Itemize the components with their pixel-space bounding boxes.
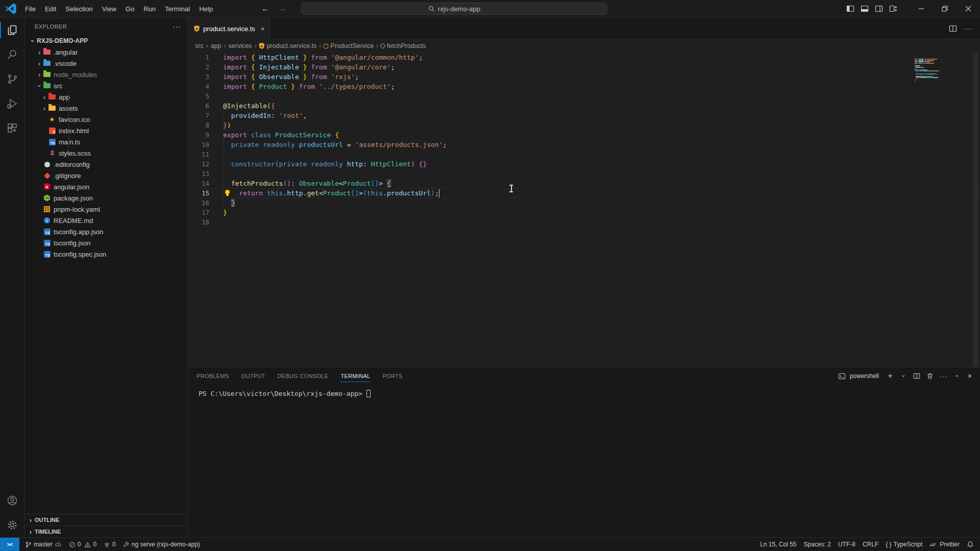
tree-item-angular.json[interactable]: Aangular.json xyxy=(24,181,187,192)
formatter-status[interactable]: Prettier xyxy=(926,538,963,551)
breadcrumb-services[interactable]: services xyxy=(229,42,252,49)
tree-item-.editorconfig[interactable]: .editorconfig xyxy=(24,159,187,170)
code-line-15[interactable]: 15 return this.http.get<Product[]>(this.… xyxy=(188,188,980,198)
minimize-button[interactable] xyxy=(910,0,933,18)
breadcrumb-ProductService[interactable]: ProductService xyxy=(324,42,374,49)
code-line-16[interactable]: 16 } xyxy=(188,198,980,208)
lightbulb-icon[interactable] xyxy=(224,190,231,196)
code-line-18[interactable]: 18 xyxy=(188,217,980,227)
panel-tab-debug-console[interactable]: DEBUG CONSOLE xyxy=(278,367,329,385)
panel-tab-ports[interactable]: PORTS xyxy=(382,367,402,385)
explorer-actions-icon[interactable]: ··· xyxy=(173,22,181,31)
timeline-section[interactable]: › TIMELINE xyxy=(24,525,187,537)
kill-terminal-icon[interactable] xyxy=(924,369,936,383)
code-line-13[interactable]: 13 xyxy=(188,169,980,179)
tree-item-README.md[interactable]: iREADME.md xyxy=(24,215,187,226)
tree-item-tsconfig.json[interactable]: TStsconfig.json xyxy=(24,237,187,248)
tree-item-.gitignore[interactable]: .gitignore xyxy=(24,170,187,181)
panel-tab-terminal[interactable]: TERMINAL xyxy=(340,367,370,385)
menu-file[interactable]: File xyxy=(20,0,40,18)
panel-tab-output[interactable]: OUTPUT xyxy=(241,367,265,385)
menu-go[interactable]: Go xyxy=(121,0,139,18)
panel-more-actions-icon[interactable]: ··· xyxy=(937,369,949,383)
split-editor-icon[interactable] xyxy=(946,19,960,37)
toggle-sidebar-icon[interactable] xyxy=(843,0,857,18)
problems-status[interactable]: 0 0 xyxy=(65,538,100,551)
code-line-14[interactable]: 14 fetchProducts(): Observable<Product[]… xyxy=(188,179,980,188)
close-panel-icon[interactable]: × xyxy=(964,369,976,383)
close-window-button[interactable] xyxy=(957,0,980,18)
nav-forward-icon[interactable]: → xyxy=(279,4,287,13)
restore-button[interactable] xyxy=(933,0,957,18)
tree-item-styles.scss[interactable]: Sstyles.scss xyxy=(24,147,187,159)
menu-help[interactable]: Help xyxy=(194,0,217,18)
nav-back-icon[interactable]: ← xyxy=(261,4,270,13)
breadcrumb-product.service.ts[interactable]: Aproduct.service.ts xyxy=(259,42,316,49)
tree-item-main.ts[interactable]: TSmain.ts xyxy=(24,136,187,147)
toggle-panel-icon[interactable] xyxy=(857,0,872,18)
tree-item-assets[interactable]: ›assets xyxy=(24,103,187,114)
language-mode[interactable]: { } TypeScript xyxy=(882,538,926,551)
tree-item-tsconfig.app.json[interactable]: TStsconfig.app.json xyxy=(24,226,187,237)
tree-item-pnpm-lock.yaml[interactable]: pnpm-lock.yaml xyxy=(24,204,187,215)
tree-item-app[interactable]: ›app xyxy=(24,91,187,103)
remote-indicator[interactable]: >< xyxy=(0,538,19,551)
ports-status[interactable]: 0 xyxy=(100,538,119,551)
code-line-1[interactable]: 1import { HttpClient } from '@angular/co… xyxy=(188,53,980,62)
code-line-8[interactable]: 8}) xyxy=(188,120,980,130)
code-line-7[interactable]: 7 providedIn: 'root', xyxy=(188,111,980,120)
customize-layout-icon[interactable] xyxy=(886,0,900,18)
menu-terminal[interactable]: Terminal xyxy=(160,0,194,18)
explorer-icon[interactable] xyxy=(0,18,24,42)
panel-tab-problems[interactable]: PROBLEMS xyxy=(197,367,229,385)
new-terminal-icon[interactable]: + xyxy=(884,369,896,383)
encoding[interactable]: UTF-8 xyxy=(835,538,859,551)
code-line-9[interactable]: 9export class ProductService { xyxy=(188,130,980,140)
tab-close-icon[interactable]: × xyxy=(261,25,265,33)
code-line-4[interactable]: 4import { Product } from '../types/produ… xyxy=(188,82,980,91)
menu-selection[interactable]: Selection xyxy=(61,0,97,18)
menu-edit[interactable]: Edit xyxy=(40,0,61,18)
code-line-10[interactable]: 10 private readonly productsUrl = 'asset… xyxy=(188,140,980,149)
editor-scrollbar[interactable] xyxy=(973,53,978,367)
tree-item-.vscode[interactable]: ›.vscode xyxy=(24,58,187,69)
breadcrumb-app[interactable]: app xyxy=(211,42,222,49)
code-editor[interactable]: 1import { HttpClient } from '@angular/co… xyxy=(188,53,980,367)
search-sidebar-icon[interactable] xyxy=(0,42,24,67)
indentation[interactable]: Spaces: 2 xyxy=(800,538,835,551)
code-line-3[interactable]: 3import { Observable } from 'rxjs'; xyxy=(188,72,980,82)
tree-item-package.json[interactable]: JSpackage.json xyxy=(24,192,187,204)
branch-status[interactable]: master xyxy=(21,538,65,551)
run-and-debug-icon[interactable] xyxy=(0,91,24,116)
toggle-secondary-sidebar-icon[interactable] xyxy=(872,0,886,18)
accounts-icon[interactable] xyxy=(0,488,24,513)
editor-more-actions-icon[interactable]: ··· xyxy=(962,19,975,37)
tree-item-node_modules[interactable]: ›node_modules xyxy=(24,69,187,80)
extensions-icon[interactable] xyxy=(0,116,24,140)
tree-item-src[interactable]: ›src xyxy=(24,80,187,91)
terminal-output[interactable]: PS C:\Users\victor\Desktop\rxjs-demo-app… xyxy=(188,385,980,537)
code-line-11[interactable]: 11 xyxy=(188,149,980,159)
menu-run[interactable]: Run xyxy=(139,0,160,18)
code-line-17[interactable]: 17} xyxy=(188,208,980,217)
code-line-6[interactable]: 6@Injectable({ xyxy=(188,101,980,111)
task-status[interactable]: ng serve (rxjs-demo-app) xyxy=(119,538,204,551)
breadcrumb-fetchProducts[interactable]: fetchProducts xyxy=(381,42,426,49)
eol-sequence[interactable]: CRLF xyxy=(859,538,882,551)
code-line-5[interactable]: 5 xyxy=(188,91,980,101)
outline-section[interactable]: › OUTLINE xyxy=(24,514,187,525)
code-line-2[interactable]: 2import { Injectable } from '@angular/co… xyxy=(188,62,980,72)
split-terminal-icon[interactable] xyxy=(911,369,923,383)
menu-view[interactable]: View xyxy=(97,0,121,18)
breadcrumb-src[interactable]: src xyxy=(195,42,204,49)
maximize-panel-icon[interactable]: › xyxy=(950,369,963,383)
terminal-dropdown-icon[interactable]: › xyxy=(897,369,910,383)
tab-product-service[interactable]: A product.service.ts × xyxy=(188,18,270,39)
code-line-12[interactable]: 12 constructor(private readonly http: Ht… xyxy=(188,159,980,169)
tree-item-tsconfig.spec.json[interactable]: TStsconfig.spec.json xyxy=(24,248,187,260)
cursor-position[interactable]: Ln 15, Col 55 xyxy=(756,538,800,551)
command-center-search[interactable]: rxjs-demo-app xyxy=(301,3,607,15)
tree-item-index.html[interactable]: 5index.html xyxy=(24,125,187,136)
settings-gear-icon[interactable] xyxy=(0,513,24,537)
notifications-bell[interactable] xyxy=(963,538,980,551)
